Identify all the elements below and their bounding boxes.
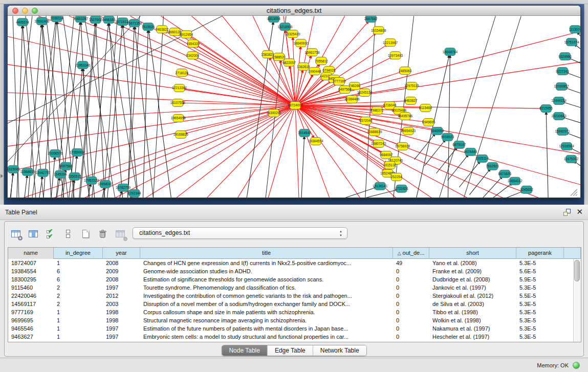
network-node[interactable]: 9215955 (539, 105, 553, 113)
panel-collapse-arrow-icon[interactable] (1, 174, 3, 178)
network-node[interactable]: 8660128 (168, 28, 182, 36)
table-row[interactable]: 1938455462009Genome-wide association stu… (8, 267, 581, 275)
new-column-button[interactable] (78, 227, 93, 241)
network-node[interactable]: 1350515 (68, 172, 81, 180)
right-panel-divider[interactable] (584, 4, 588, 205)
network-node[interactable]: 16671358 (127, 19, 142, 27)
table-selector-dropdown[interactable]: citations_edges.txt ▲▼ (133, 227, 347, 239)
column-header-pagerank[interactable]: pagerank (516, 248, 564, 259)
network-node[interactable]: 10653287 (73, 16, 89, 23)
network-node[interactable]: 13942757 (35, 169, 51, 177)
delete-columns-button[interactable] (96, 227, 110, 241)
network-node[interactable]: 16154808 (371, 27, 386, 34)
network-node[interactable]: 2687682 (364, 16, 378, 23)
network-node[interactable]: 12213967 (383, 39, 398, 47)
network-node[interactable]: 2038114 (50, 16, 63, 22)
network-node[interactable]: 6879197 (453, 141, 466, 148)
network-node[interactable]: 9097588 (59, 162, 73, 170)
network-node[interactable]: 19654955 (171, 114, 186, 122)
network-node[interactable]: 9227343 (556, 68, 569, 75)
network-node[interactable]: 7463822 (156, 26, 169, 33)
column-header-name[interactable]: name (8, 248, 54, 259)
network-node[interactable]: 1583821 (261, 51, 274, 58)
column-header-out_de[interactable]: △out_de... (393, 248, 429, 259)
network-node[interactable]: 9329966 (558, 53, 572, 60)
network-node[interactable]: 16495786 (398, 112, 413, 120)
network-node[interactable]: 12213363 (172, 84, 187, 92)
network-node[interactable]: 9115460 (419, 104, 432, 112)
network-node[interactable]: 1292344 (128, 189, 141, 197)
memory-indicator[interactable] (573, 362, 580, 369)
network-node[interactable]: 6822057 (282, 59, 296, 67)
network-node[interactable]: 9245652 (520, 186, 533, 193)
network-node[interactable]: 6466160 (102, 16, 116, 24)
network-node[interactable]: 10688639 (367, 128, 382, 136)
select-all-button[interactable]: ✔ ✔ (43, 227, 58, 241)
network-node[interactable]: 746266 (349, 82, 360, 90)
network-node[interactable]: 11675312 (564, 155, 579, 163)
network-node[interactable]: 20364486 (344, 96, 360, 103)
deselect-all-button[interactable] (61, 227, 75, 241)
column-header-in_degree[interactable]: in_degree (54, 248, 103, 259)
network-node[interactable]: 1990448 (308, 68, 321, 75)
tab-edge-table[interactable]: Edge Table (267, 345, 313, 356)
network-node[interactable]: 1514549 (298, 129, 311, 137)
network-node[interactable]: 9474444 (464, 148, 477, 156)
network-node[interactable]: 1588520 (272, 53, 286, 61)
show-columns-button[interactable] (26, 227, 40, 241)
network-node[interactable]: 8813054 (267, 16, 280, 23)
table-row[interactable]: 911546021997Tourette syndrome. Phenomeno… (8, 283, 581, 292)
table-mode-button[interactable] (9, 227, 23, 241)
network-node[interactable]: 6497568 (338, 86, 352, 94)
network-node[interactable]: 19756928 (395, 142, 410, 150)
network-node[interactable]: 13218506 (277, 23, 293, 31)
network-node[interactable]: 16648784 (443, 48, 458, 56)
network-node[interactable]: 1572046 (359, 117, 373, 124)
network-node[interactable]: 7485063 (399, 67, 412, 75)
network-node[interactable]: 8912954 (180, 31, 193, 38)
network-node[interactable]: 2935114 (476, 155, 489, 162)
scrollbar-thumb[interactable] (574, 260, 580, 281)
table-row[interactable]: 1872400712008Changes of HCN gene express… (8, 259, 581, 267)
network-node[interactable]: 252254 (391, 173, 402, 181)
close-panel-icon[interactable]: ✕ (576, 207, 583, 216)
float-panel-icon[interactable] (563, 209, 571, 216)
network-node[interactable]: 5938923 (441, 133, 454, 141)
table-row[interactable]: 2242004622012Investigating the contribut… (8, 292, 581, 300)
network-node[interactable]: 10654112 (508, 177, 522, 185)
table-row[interactable]: 977716911998Corpus callosum shape and si… (8, 308, 581, 316)
network-node[interactable]: 19384554 (308, 137, 323, 145)
vertical-scrollbar[interactable] (573, 259, 581, 342)
table-row[interactable]: 1456911722003Disruption of a novel membe… (8, 300, 581, 308)
network-node[interactable]: 9463627 (404, 97, 418, 105)
network-node[interactable]: 1315081 (8, 165, 20, 173)
delete-table-button[interactable] (113, 227, 127, 241)
network-node[interactable]: 19654923 (401, 127, 416, 135)
network-node[interactable]: 10719134 (115, 18, 130, 26)
table-row[interactable]: 1830029562008Estimation of significance … (8, 275, 581, 283)
table-row[interactable]: 969969511998Structural magnetic resonanc… (8, 316, 581, 324)
network-node[interactable]: 4405574 (16, 18, 29, 26)
network-node[interactable]: 1113074 (569, 26, 580, 33)
network-node[interactable]: 7955812 (315, 57, 328, 65)
network-node[interactable]: 7986372 (371, 107, 384, 115)
tab-network-table[interactable]: Network Table (313, 345, 366, 356)
network-node[interactable]: 37691406 (34, 17, 50, 25)
column-header-year[interactable]: year (103, 248, 140, 259)
network-node[interactable]: 1145194 (54, 170, 67, 178)
network-node[interactable]: 1527602 (89, 16, 102, 24)
network-node[interactable]: 1733426 (395, 185, 408, 192)
network-node[interactable]: 1615132 (383, 161, 397, 169)
network-node[interactable]: 7632621 (486, 162, 499, 170)
network-node[interactable]: 15136141 (373, 182, 388, 190)
network-node[interactable]: 13325419 (285, 30, 300, 38)
network-node[interactable]: 17957223 (84, 177, 99, 184)
network-node[interactable]: 10958167 (98, 180, 113, 188)
network-node[interactable]: 18807243 (371, 140, 386, 147)
left-panel-divider[interactable] (0, 4, 4, 205)
network-node[interactable]: 1362615 (297, 63, 310, 71)
network-node[interactable]: 2342004 (186, 52, 200, 59)
network-node[interactable]: 8471626 (498, 170, 511, 178)
network-node[interactable]: 1949695 (422, 118, 435, 126)
network-node[interactable]: 21953346 (75, 61, 91, 69)
